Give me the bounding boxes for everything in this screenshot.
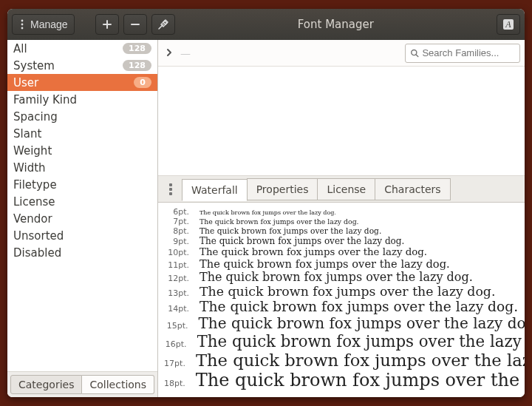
waterfall-sample-text: The quick brown fox jumps over the lazy …	[196, 351, 525, 370]
svg-text:A: A	[505, 19, 511, 30]
sidebar-tab-categories[interactable]: Categories	[10, 375, 82, 394]
waterfall-size-label: 12pt.	[164, 274, 189, 283]
manage-button[interactable]: Manage	[12, 14, 75, 35]
chevron-right-icon	[166, 48, 173, 57]
font-manager-window: Manage Font Manager A All128S	[7, 9, 525, 397]
preview-tabs: WaterfallPropertiesLicenseCharacters	[158, 176, 525, 203]
waterfall-size-label: 17pt.	[164, 359, 185, 368]
waterfall-sample-text: The quick brown fox jumps over the lazy …	[200, 284, 495, 299]
waterfall-size-label: 11pt.	[164, 260, 189, 270]
manage-label: Manage	[30, 18, 68, 30]
sidebar-item-weight[interactable]: Weight	[7, 142, 157, 159]
waterfall-size-label: 18pt.	[164, 379, 185, 388]
waterfall-size-label: 10pt.	[164, 248, 189, 257]
family-list-area	[158, 67, 525, 176]
waterfall-size-label: 8pt.	[164, 226, 189, 236]
sidebar-item-label: Spacing	[13, 110, 151, 124]
waterfall-row: 8pt.The quick brown fox jumps over the l…	[164, 226, 525, 236]
waterfall-sample-text: The quick brown fox jumps over the lazy …	[200, 209, 336, 216]
sidebar-item-label: Filetype	[13, 178, 151, 192]
waterfall-sample-text: The quick brown fox jumps over the lazy …	[200, 270, 473, 284]
menu-dots-icon	[18, 19, 26, 30]
font-a-icon: A	[502, 18, 514, 30]
remove-font-button[interactable]	[123, 14, 147, 35]
minus-icon	[130, 19, 140, 30]
sidebar-item-width[interactable]: Width	[7, 159, 157, 176]
waterfall-size-label: 7pt.	[164, 217, 189, 226]
tools-icon	[157, 18, 169, 30]
preferences-button[interactable]	[151, 14, 175, 35]
svg-point-0	[21, 20, 24, 22]
waterfall-sample-text: The quick brown fox jumps over the lazy …	[200, 226, 381, 236]
sidebar-item-label: Width	[13, 161, 151, 175]
waterfall-size-label: 14pt.	[164, 304, 189, 314]
sidebar-item-vendor[interactable]: Vendor	[7, 210, 157, 227]
breadcrumb-expand[interactable]	[163, 47, 176, 59]
sidebar-item-filetype[interactable]: Filetype	[7, 176, 157, 193]
plus-icon	[102, 19, 112, 30]
main-toolbar: —	[158, 40, 525, 67]
waterfall-sample-text: The quick brown fox jumps over the lazy …	[196, 370, 525, 390]
pane-grip[interactable]	[164, 183, 177, 195]
waterfall-row: 18pt.The quick brown fox jumps over the …	[164, 370, 525, 390]
waterfall-sample-text: The quick brown fox jumps over the lazy …	[200, 246, 427, 257]
search-icon	[410, 48, 419, 58]
sidebar-item-user[interactable]: User0	[7, 74, 157, 91]
waterfall-sample-text: The quick brown fox jumps over the lazy …	[200, 299, 518, 314]
sidebar-item-label: Slant	[13, 127, 151, 141]
waterfall-row: 9pt.The quick brown fox jumps over the l…	[164, 236, 525, 246]
sidebar-tabs: CategoriesCollections	[7, 371, 157, 397]
waterfall-row: 15pt.The quick brown fox jumps over the …	[164, 314, 525, 332]
waterfall-size-label: 15pt.	[164, 321, 188, 331]
waterfall-sample-text: The quick brown fox jumps over the lazy …	[200, 257, 450, 270]
waterfall-row: 14pt.The quick brown fox jumps over the …	[164, 299, 525, 314]
breadcrumb-placeholder: —	[180, 47, 191, 59]
waterfall-row: 17pt.The quick brown fox jumps over the …	[164, 351, 525, 370]
content-area: All128System128User0Family KindSpacingSl…	[7, 40, 525, 397]
sidebar-item-label: Unsorted	[13, 229, 151, 243]
preview-tab-waterfall[interactable]: Waterfall	[182, 179, 248, 201]
preview-tab-license[interactable]: License	[317, 178, 375, 200]
sidebar-item-label: Weight	[13, 144, 151, 158]
waterfall-row: 7pt.The quick brown fox jumps over the l…	[164, 217, 525, 226]
sidebar-tab-collections[interactable]: Collections	[82, 375, 154, 394]
sidebar-item-unsorted[interactable]: Unsorted	[7, 227, 157, 244]
sidebar-item-label: License	[13, 195, 151, 209]
sidebar-item-label: Family Kind	[13, 93, 151, 106]
sidebar-item-family-kind[interactable]: Family Kind	[7, 91, 157, 108]
waterfall-row: 10pt.The quick brown fox jumps over the …	[164, 246, 525, 257]
sidebar-item-label: Disabled	[13, 246, 151, 260]
app-menu-button[interactable]: A	[497, 14, 520, 35]
sidebar-item-all[interactable]: All128	[7, 40, 157, 57]
category-list: All128System128User0Family KindSpacingSl…	[7, 40, 157, 371]
sidebar-item-count: 0	[134, 77, 151, 88]
preview-tab-properties[interactable]: Properties	[247, 178, 318, 200]
sidebar-item-count: 128	[123, 43, 151, 54]
sidebar: All128System128User0Family KindSpacingSl…	[7, 40, 158, 397]
preview-tab-characters[interactable]: Characters	[375, 178, 450, 200]
waterfall-size-label: 16pt.	[164, 339, 187, 349]
waterfall-row: 12pt.The quick brown fox jumps over the …	[164, 270, 525, 284]
sidebar-item-disabled[interactable]: Disabled	[7, 244, 157, 261]
waterfall-sample-text: The quick brown fox jumps over the lazy …	[200, 236, 404, 246]
search-input[interactable]	[422, 47, 515, 58]
window-title: Font Manager	[180, 18, 492, 31]
waterfall-size-label: 13pt.	[164, 288, 189, 298]
sidebar-item-system[interactable]: System128	[7, 57, 157, 74]
add-font-button[interactable]	[95, 14, 119, 35]
waterfall-row: 16pt.The quick brown fox jumps over the …	[164, 332, 525, 351]
sidebar-item-spacing[interactable]: Spacing	[7, 108, 157, 125]
search-field[interactable]	[405, 44, 520, 63]
waterfall-sample-text: The quick brown fox jumps over the lazy …	[198, 314, 525, 332]
titlebar: Manage Font Manager A	[7, 9, 525, 40]
waterfall-size-label: 6pt.	[164, 207, 189, 217]
waterfall-row: 13pt.The quick brown fox jumps over the …	[164, 284, 525, 299]
sidebar-item-count: 128	[123, 60, 151, 71]
sidebar-item-license[interactable]: License	[7, 193, 157, 210]
sidebar-item-label: User	[13, 76, 134, 89]
main-panel: — WaterfallPropertiesLicenseCharacters 6…	[158, 40, 525, 397]
sidebar-item-label: System	[13, 59, 123, 72]
waterfall-row: 11pt.The quick brown fox jumps over the …	[164, 257, 525, 270]
waterfall-sample-text: The quick brown fox jumps over the lazy …	[197, 332, 525, 351]
sidebar-item-slant[interactable]: Slant	[7, 125, 157, 142]
